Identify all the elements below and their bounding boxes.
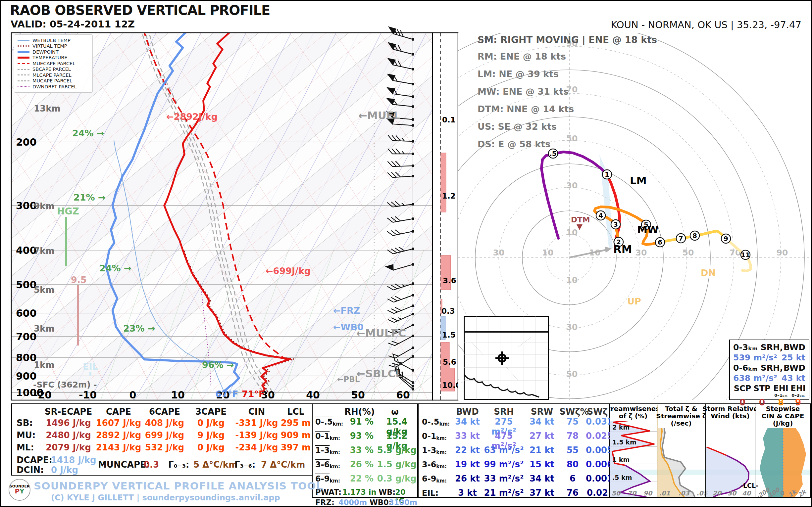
ring-label: 10 bbox=[542, 248, 554, 258]
thermo-stats-box: SR-ECAPE CAPE 6CAPE 3CAPE CIN LCL SB: 14… bbox=[11, 403, 314, 475]
legend-item: MUECAPE PARCEL bbox=[17, 61, 89, 66]
panel-title: of ζ (%) bbox=[619, 412, 648, 420]
omega-value: 3.6 bbox=[443, 276, 456, 285]
rh-row: 3-6km:26 %1.5 g/kg bbox=[313, 459, 417, 473]
ring-label: 90 bbox=[776, 248, 788, 258]
layer-sub: km: bbox=[436, 464, 447, 469]
layer-sub: km: bbox=[329, 449, 340, 455]
temp-tick: 40 bbox=[306, 389, 320, 401]
ring-label: 30 bbox=[493, 248, 505, 258]
stp-label: STP bbox=[752, 384, 772, 393]
mucape-swatch-icon bbox=[17, 80, 30, 81]
omega-bar bbox=[441, 153, 446, 212]
dtm-label: DTM bbox=[571, 216, 590, 224]
panel-title: Total ζ & bbox=[665, 405, 698, 413]
mixing-value: 1.5 g/kg bbox=[376, 459, 417, 469]
row-label: SB: bbox=[12, 418, 41, 428]
hail-size-label: 9.5 bbox=[71, 275, 87, 285]
ml-6cape: 532 J/kg bbox=[141, 443, 188, 452]
omega-value: 0.1 bbox=[442, 115, 456, 124]
srw-value: 37 kt bbox=[524, 488, 559, 498]
shear-row: 6-9km:26 kt33 m²/s²34 kt60.001 bbox=[419, 473, 609, 488]
layer-range: 6-9 bbox=[422, 474, 436, 484]
ring-label: 50 bbox=[682, 248, 694, 258]
stats-row-mu: MU: 2480 J/kg 2892 J/kg 699 J/kg 9 J/kg … bbox=[12, 429, 314, 441]
swzeta-value: 0.005 bbox=[586, 445, 609, 455]
sfc-temp-f: 71°F bbox=[242, 389, 265, 399]
layer-sub: km: bbox=[333, 421, 343, 427]
swzeta-value: 0.006 bbox=[586, 459, 609, 469]
ml-cape: 2143 J/kg bbox=[96, 443, 141, 452]
mucape-annotation: ←2892J/kg bbox=[166, 112, 217, 122]
panel-title: Wind (kts) bbox=[711, 412, 749, 420]
srh-value: 21 m²/s² bbox=[483, 488, 524, 498]
ylabel: .5 km bbox=[612, 474, 632, 481]
ehi3-label: EHI bbox=[790, 384, 807, 393]
hodo-point-label: 1 bbox=[605, 170, 609, 178]
stats-header: 3CAPE bbox=[188, 407, 234, 417]
layer-range: 1-3 bbox=[422, 446, 436, 455]
temp-tick: 50 bbox=[351, 389, 365, 401]
hgz-label: HGZ bbox=[57, 206, 79, 217]
pressure-label: 600 bbox=[16, 307, 37, 319]
height-label: 1km bbox=[34, 360, 54, 370]
footer-credit: (C) KYLE J GILLETT | sounderpysoundings.… bbox=[51, 493, 280, 502]
storm-motion-line: US: SE @ 32 kts bbox=[477, 121, 657, 132]
height-label: 5km bbox=[34, 285, 54, 295]
swzeta-pct-value: 55 bbox=[559, 445, 586, 455]
legend-item: SBCAPE PARCEL bbox=[17, 66, 89, 72]
row-label: MU: bbox=[12, 430, 41, 440]
up-label: UP bbox=[627, 296, 641, 306]
legend-label: MUCAPE PARCEL bbox=[33, 78, 72, 83]
srw-value: 34 kt bbox=[524, 473, 559, 484]
mu-lcl: 909 m bbox=[279, 430, 312, 440]
shear-box: BWD SRH SRW SWζ% SWζ 0-.5km:34 kt275 m²/… bbox=[418, 403, 610, 498]
hodo-point-label: 7 bbox=[678, 234, 683, 242]
layer-sub: km: bbox=[439, 421, 450, 427]
xtick: 20 bbox=[713, 490, 722, 497]
dcape-value: 1418 J/kg bbox=[51, 455, 96, 465]
ehi1-label: EHI bbox=[772, 384, 790, 393]
bwd-0-3-value: 25 kt bbox=[781, 352, 805, 363]
layer-sub: km: bbox=[329, 478, 340, 484]
mlcape-swatch-icon bbox=[17, 74, 30, 75]
srh-0-6-value: 638 m²/s² bbox=[733, 373, 777, 383]
xtick: 90 bbox=[644, 490, 653, 497]
dn-label: DN bbox=[701, 268, 716, 278]
ring-label: 30 bbox=[636, 248, 647, 258]
sb-lcl: 295 m bbox=[279, 418, 312, 428]
sb-srecape: 1496 J/kg bbox=[41, 418, 96, 428]
xtick: 50 bbox=[612, 490, 621, 497]
xtick: 40 bbox=[742, 490, 751, 497]
bwd-value: 22 kt bbox=[452, 445, 483, 455]
legend-item: DWNDRFT PARCEL bbox=[17, 84, 89, 90]
hodo-point-label: 4 bbox=[598, 212, 603, 219]
sb-cin: -331 J/kg bbox=[234, 418, 279, 428]
shear-header: SWζ bbox=[586, 407, 609, 417]
stats-row-ml: ML: 2079 J/kg 2143 J/kg 532 J/kg 0 J/kg … bbox=[12, 441, 314, 453]
legend-item: MLCAPE PARCEL bbox=[17, 72, 89, 78]
layer-range: 3-6 bbox=[422, 460, 436, 469]
shear-header: SRW bbox=[524, 407, 559, 417]
temp-tick: -10 bbox=[79, 389, 97, 401]
row-label: ML: bbox=[12, 443, 41, 452]
legend-label: VIRTUAL TEMP bbox=[33, 43, 67, 49]
frz-table-label: FRZ: bbox=[313, 498, 339, 507]
stats-row-sb: SB: 1496 J/kg 1607 J/kg 408 J/kg 0 J/kg … bbox=[12, 417, 314, 429]
mu-srecape: 2480 J/kg bbox=[41, 430, 96, 440]
omega-value: 1.5 bbox=[442, 331, 456, 339]
rh-value: 33 % bbox=[347, 445, 376, 455]
dcape-label: DCAPE: bbox=[16, 455, 52, 465]
wb0-value: 3100m bbox=[389, 498, 417, 507]
mixing-value: 5.3 g/kg bbox=[376, 445, 417, 455]
ring-label: 30 bbox=[566, 322, 578, 332]
skewt-legend: WETBULB TEMP VIRTUAL TEMP DEWPOINT TEMPE… bbox=[14, 35, 93, 93]
rh-annotation: 24% → bbox=[72, 128, 104, 138]
rh-annotation: 23% → bbox=[123, 323, 155, 334]
legend-label: TEMPERATURE bbox=[33, 55, 67, 60]
height-label: 9km bbox=[34, 201, 54, 211]
srh-0-6-label: 0-6ₖₘ SRH, bbox=[733, 363, 783, 373]
bwd-value: 3 kt bbox=[452, 488, 483, 498]
mu-cin: -139 J/kg bbox=[234, 430, 279, 440]
rh-row: 1-3km:33 %5.3 g/kg bbox=[313, 445, 417, 459]
